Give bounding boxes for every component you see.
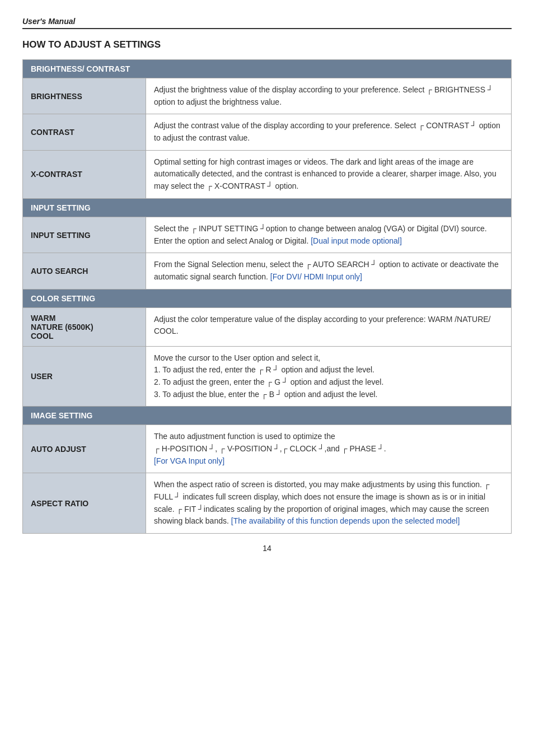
header-rule (22, 28, 512, 29)
section-header-label: COLOR SETTING (23, 289, 512, 307)
table-row: X-CONTRASTOptimal setting for high contr… (23, 150, 512, 198)
row-description: The auto adjustment function is used to … (146, 425, 512, 473)
row-description: From the Signal Selection menu, select t… (146, 253, 512, 289)
row-description: Adjust the brightness value of the displ… (146, 78, 512, 114)
row-description: When the aspect ratio of screen is disto… (146, 473, 512, 534)
page-title: HOW TO ADJUST A SETTINGS (22, 39, 512, 50)
section-header: INPUT SETTING (23, 198, 512, 217)
settings-table: BRIGHTNESS/ CONTRASTBRIGHTNESSAdjust the… (22, 59, 512, 534)
section-header: IMAGE SETTING (23, 407, 512, 425)
row-label: USER (23, 346, 146, 407)
row-label: BRIGHTNESS (23, 78, 146, 114)
row-description: Select the ┌ INPUT SETTING ┘option to ch… (146, 217, 512, 253)
row-description: Adjust the contrast value of the display… (146, 114, 512, 150)
section-header: BRIGHTNESS/ CONTRAST (23, 60, 512, 78)
row-label: X-CONTRAST (23, 150, 146, 198)
row-label: ASPECT RATIO (23, 473, 146, 534)
section-header-label: IMAGE SETTING (23, 407, 512, 425)
highlight-text: [For VGA Input only] (154, 456, 224, 465)
table-row: AUTO ADJUSTThe auto adjustment function … (23, 425, 512, 473)
row-label: WARMNATURE (6500K)COOL (23, 307, 146, 346)
row-label: AUTO ADJUST (23, 425, 146, 473)
row-label: AUTO SEARCH (23, 253, 146, 289)
table-row: BRIGHTNESSAdjust the brightness value of… (23, 78, 512, 114)
page-number: 14 (22, 544, 512, 553)
highlight-text: [The availability of this function depen… (231, 516, 460, 525)
table-row: ASPECT RATIOWhen the aspect ratio of scr… (23, 473, 512, 534)
table-row: WARMNATURE (6500K)COOLAdjust the color t… (23, 307, 512, 346)
section-header-label: BRIGHTNESS/ CONTRAST (23, 60, 512, 78)
manual-header: User's Manual (22, 17, 512, 26)
row-description: Adjust the color temperature value of th… (146, 307, 512, 346)
section-header-label: INPUT SETTING (23, 198, 512, 217)
highlight-text: [Dual input mode optional] (311, 236, 402, 245)
table-row: CONTRASTAdjust the contrast value of the… (23, 114, 512, 150)
row-description: Optimal setting for high contrast images… (146, 150, 512, 198)
highlight-text: [For DVI/ HDMI Input only] (270, 272, 362, 281)
table-row: AUTO SEARCHFrom the Signal Selection men… (23, 253, 512, 289)
row-description: Move the cursor to the User option and s… (146, 346, 512, 407)
row-label: INPUT SETTING (23, 217, 146, 253)
table-row: USERMove the cursor to the User option a… (23, 346, 512, 407)
row-label: CONTRAST (23, 114, 146, 150)
section-header: COLOR SETTING (23, 289, 512, 307)
table-row: INPUT SETTINGSelect the ┌ INPUT SETTING … (23, 217, 512, 253)
